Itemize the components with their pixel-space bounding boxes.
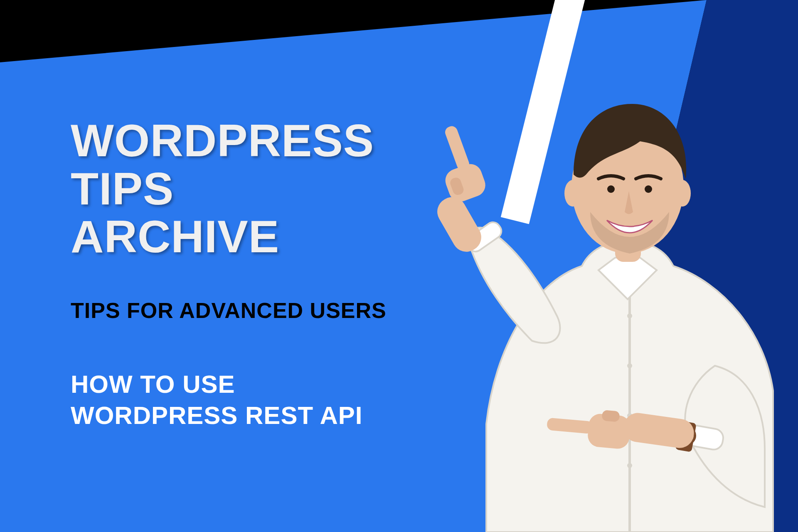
title-line-2: ARCHIVE [71, 211, 279, 262]
topic-line-2: WORDPRESS REST API [71, 401, 363, 429]
topic-title: HOW TO USE WORDPRESS REST API [71, 369, 486, 431]
topic-line-1: HOW TO USE [71, 370, 235, 398]
text-block: WORDPRESS TIPS ARCHIVE TIPS FOR ADVANCED… [71, 116, 486, 431]
banner-stage: WORDPRESS TIPS ARCHIVE TIPS FOR ADVANCED… [0, 0, 798, 532]
subtitle: TIPS FOR ADVANCED USERS [71, 298, 486, 323]
title-line-1: WORDPRESS TIPS [71, 115, 374, 214]
main-title: WORDPRESS TIPS ARCHIVE [71, 116, 486, 261]
